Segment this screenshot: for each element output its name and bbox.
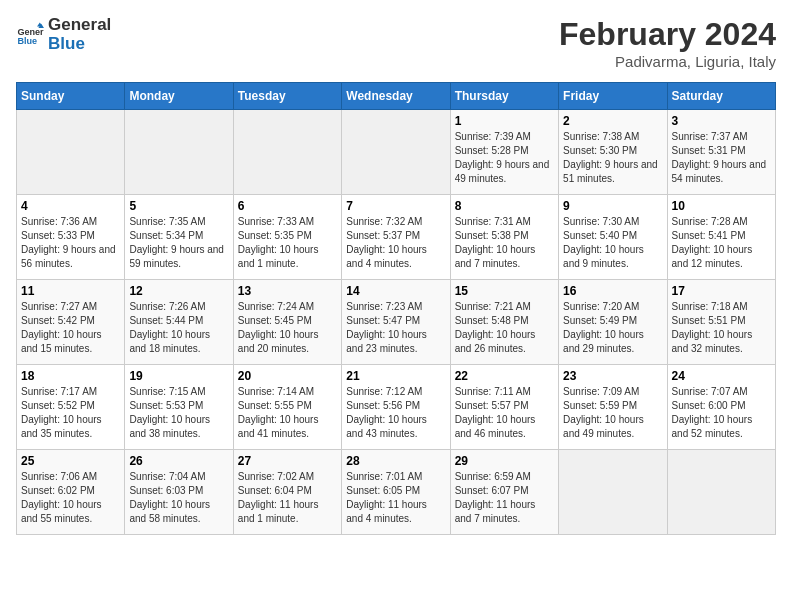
day-info: Sunrise: 7:37 AM Sunset: 5:31 PM Dayligh… xyxy=(672,130,771,186)
day-info: Sunrise: 7:15 AM Sunset: 5:53 PM Dayligh… xyxy=(129,385,228,441)
day-number: 19 xyxy=(129,369,228,383)
calendar-cell: 12Sunrise: 7:26 AM Sunset: 5:44 PM Dayli… xyxy=(125,280,233,365)
day-info: Sunrise: 7:11 AM Sunset: 5:57 PM Dayligh… xyxy=(455,385,554,441)
logo-blue: Blue xyxy=(48,35,111,54)
calendar-cell xyxy=(559,450,667,535)
day-number: 14 xyxy=(346,284,445,298)
day-info: Sunrise: 7:35 AM Sunset: 5:34 PM Dayligh… xyxy=(129,215,228,271)
day-info: Sunrise: 7:30 AM Sunset: 5:40 PM Dayligh… xyxy=(563,215,662,271)
calendar-cell xyxy=(17,110,125,195)
weekday-header-thursday: Thursday xyxy=(450,83,558,110)
weekday-header-sunday: Sunday xyxy=(17,83,125,110)
day-number: 29 xyxy=(455,454,554,468)
day-info: Sunrise: 7:12 AM Sunset: 5:56 PM Dayligh… xyxy=(346,385,445,441)
calendar-cell: 11Sunrise: 7:27 AM Sunset: 5:42 PM Dayli… xyxy=(17,280,125,365)
day-info: Sunrise: 7:23 AM Sunset: 5:47 PM Dayligh… xyxy=(346,300,445,356)
calendar-cell: 28Sunrise: 7:01 AM Sunset: 6:05 PM Dayli… xyxy=(342,450,450,535)
day-info: Sunrise: 7:01 AM Sunset: 6:05 PM Dayligh… xyxy=(346,470,445,526)
calendar-cell: 6Sunrise: 7:33 AM Sunset: 5:35 PM Daylig… xyxy=(233,195,341,280)
day-number: 21 xyxy=(346,369,445,383)
day-number: 18 xyxy=(21,369,120,383)
calendar-cell: 19Sunrise: 7:15 AM Sunset: 5:53 PM Dayli… xyxy=(125,365,233,450)
day-info: Sunrise: 7:06 AM Sunset: 6:02 PM Dayligh… xyxy=(21,470,120,526)
day-number: 4 xyxy=(21,199,120,213)
day-number: 1 xyxy=(455,114,554,128)
calendar-cell: 4Sunrise: 7:36 AM Sunset: 5:33 PM Daylig… xyxy=(17,195,125,280)
day-number: 10 xyxy=(672,199,771,213)
day-info: Sunrise: 7:27 AM Sunset: 5:42 PM Dayligh… xyxy=(21,300,120,356)
weekday-header-saturday: Saturday xyxy=(667,83,775,110)
calendar-cell: 13Sunrise: 7:24 AM Sunset: 5:45 PM Dayli… xyxy=(233,280,341,365)
calendar-cell: 21Sunrise: 7:12 AM Sunset: 5:56 PM Dayli… xyxy=(342,365,450,450)
day-number: 28 xyxy=(346,454,445,468)
day-info: Sunrise: 7:28 AM Sunset: 5:41 PM Dayligh… xyxy=(672,215,771,271)
calendar-cell: 16Sunrise: 7:20 AM Sunset: 5:49 PM Dayli… xyxy=(559,280,667,365)
logo: General Blue General Blue xyxy=(16,16,111,53)
header: General Blue General Blue February 2024 … xyxy=(16,16,776,70)
day-number: 20 xyxy=(238,369,337,383)
day-number: 9 xyxy=(563,199,662,213)
day-number: 17 xyxy=(672,284,771,298)
day-info: Sunrise: 7:18 AM Sunset: 5:51 PM Dayligh… xyxy=(672,300,771,356)
day-info: Sunrise: 6:59 AM Sunset: 6:07 PM Dayligh… xyxy=(455,470,554,526)
calendar-cell: 29Sunrise: 6:59 AM Sunset: 6:07 PM Dayli… xyxy=(450,450,558,535)
calendar-cell: 18Sunrise: 7:17 AM Sunset: 5:52 PM Dayli… xyxy=(17,365,125,450)
day-number: 26 xyxy=(129,454,228,468)
day-number: 22 xyxy=(455,369,554,383)
calendar-cell xyxy=(233,110,341,195)
calendar-cell: 7Sunrise: 7:32 AM Sunset: 5:37 PM Daylig… xyxy=(342,195,450,280)
day-number: 2 xyxy=(563,114,662,128)
calendar-cell: 8Sunrise: 7:31 AM Sunset: 5:38 PM Daylig… xyxy=(450,195,558,280)
calendar-week-0: 1Sunrise: 7:39 AM Sunset: 5:28 PM Daylig… xyxy=(17,110,776,195)
subtitle: Padivarma, Liguria, Italy xyxy=(559,53,776,70)
calendar-cell: 1Sunrise: 7:39 AM Sunset: 5:28 PM Daylig… xyxy=(450,110,558,195)
calendar-body: 1Sunrise: 7:39 AM Sunset: 5:28 PM Daylig… xyxy=(17,110,776,535)
calendar-cell: 17Sunrise: 7:18 AM Sunset: 5:51 PM Dayli… xyxy=(667,280,775,365)
day-number: 8 xyxy=(455,199,554,213)
calendar-cell: 5Sunrise: 7:35 AM Sunset: 5:34 PM Daylig… xyxy=(125,195,233,280)
weekday-header-friday: Friday xyxy=(559,83,667,110)
calendar-cell: 15Sunrise: 7:21 AM Sunset: 5:48 PM Dayli… xyxy=(450,280,558,365)
calendar-cell: 27Sunrise: 7:02 AM Sunset: 6:04 PM Dayli… xyxy=(233,450,341,535)
calendar-table: SundayMondayTuesdayWednesdayThursdayFrid… xyxy=(16,82,776,535)
weekday-header-row: SundayMondayTuesdayWednesdayThursdayFrid… xyxy=(17,83,776,110)
day-info: Sunrise: 7:09 AM Sunset: 5:59 PM Dayligh… xyxy=(563,385,662,441)
day-info: Sunrise: 7:21 AM Sunset: 5:48 PM Dayligh… xyxy=(455,300,554,356)
day-info: Sunrise: 7:04 AM Sunset: 6:03 PM Dayligh… xyxy=(129,470,228,526)
weekday-header-wednesday: Wednesday xyxy=(342,83,450,110)
day-info: Sunrise: 7:20 AM Sunset: 5:49 PM Dayligh… xyxy=(563,300,662,356)
calendar-cell: 2Sunrise: 7:38 AM Sunset: 5:30 PM Daylig… xyxy=(559,110,667,195)
calendar-cell: 14Sunrise: 7:23 AM Sunset: 5:47 PM Dayli… xyxy=(342,280,450,365)
day-number: 27 xyxy=(238,454,337,468)
day-info: Sunrise: 7:02 AM Sunset: 6:04 PM Dayligh… xyxy=(238,470,337,526)
day-number: 5 xyxy=(129,199,228,213)
day-number: 11 xyxy=(21,284,120,298)
day-number: 24 xyxy=(672,369,771,383)
weekday-header-monday: Monday xyxy=(125,83,233,110)
day-info: Sunrise: 7:32 AM Sunset: 5:37 PM Dayligh… xyxy=(346,215,445,271)
calendar-cell: 10Sunrise: 7:28 AM Sunset: 5:41 PM Dayli… xyxy=(667,195,775,280)
calendar-cell: 20Sunrise: 7:14 AM Sunset: 5:55 PM Dayli… xyxy=(233,365,341,450)
day-number: 7 xyxy=(346,199,445,213)
calendar-week-1: 4Sunrise: 7:36 AM Sunset: 5:33 PM Daylig… xyxy=(17,195,776,280)
calendar-cell: 3Sunrise: 7:37 AM Sunset: 5:31 PM Daylig… xyxy=(667,110,775,195)
title-area: February 2024 Padivarma, Liguria, Italy xyxy=(559,16,776,70)
day-number: 13 xyxy=(238,284,337,298)
calendar-cell: 25Sunrise: 7:06 AM Sunset: 6:02 PM Dayli… xyxy=(17,450,125,535)
day-info: Sunrise: 7:31 AM Sunset: 5:38 PM Dayligh… xyxy=(455,215,554,271)
calendar-cell: 9Sunrise: 7:30 AM Sunset: 5:40 PM Daylig… xyxy=(559,195,667,280)
day-info: Sunrise: 7:36 AM Sunset: 5:33 PM Dayligh… xyxy=(21,215,120,271)
day-number: 23 xyxy=(563,369,662,383)
day-info: Sunrise: 7:17 AM Sunset: 5:52 PM Dayligh… xyxy=(21,385,120,441)
day-info: Sunrise: 7:14 AM Sunset: 5:55 PM Dayligh… xyxy=(238,385,337,441)
logo-general: General xyxy=(48,16,111,35)
day-info: Sunrise: 7:24 AM Sunset: 5:45 PM Dayligh… xyxy=(238,300,337,356)
main-title: February 2024 xyxy=(559,16,776,53)
calendar-cell: 22Sunrise: 7:11 AM Sunset: 5:57 PM Dayli… xyxy=(450,365,558,450)
weekday-header-tuesday: Tuesday xyxy=(233,83,341,110)
svg-text:Blue: Blue xyxy=(17,36,37,46)
day-info: Sunrise: 7:33 AM Sunset: 5:35 PM Dayligh… xyxy=(238,215,337,271)
day-number: 16 xyxy=(563,284,662,298)
calendar-cell: 26Sunrise: 7:04 AM Sunset: 6:03 PM Dayli… xyxy=(125,450,233,535)
calendar-header: SundayMondayTuesdayWednesdayThursdayFrid… xyxy=(17,83,776,110)
